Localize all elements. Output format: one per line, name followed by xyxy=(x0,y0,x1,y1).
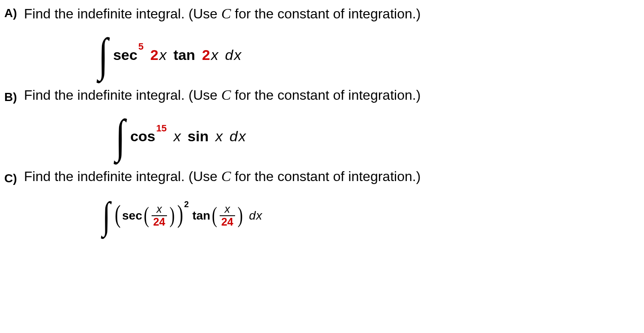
prompt-c-pre: Find the indefinite integral. (Use xyxy=(24,169,221,184)
dx-x: x xyxy=(256,209,262,223)
integrand-c: ( sec ( x 24 ) )2 tan ( x xyxy=(113,204,262,227)
dx-d: d xyxy=(225,47,233,63)
var-x-first: x xyxy=(159,47,167,63)
problem-label-c: C) xyxy=(4,167,24,186)
problem-content-b: Find the indefinite integral. (Use C for… xyxy=(24,86,635,158)
integral-a: ∫ sec5 2x tan 2x dx xyxy=(97,33,635,76)
prompt-a: Find the indefinite integral. (Use C for… xyxy=(24,4,635,23)
dx-x: x xyxy=(239,128,246,145)
problem-a: A) Find the indefinite integral. (Use C … xyxy=(4,4,635,76)
prompt-b-post: for the constant of integration.) xyxy=(231,87,420,103)
frac2-num: x xyxy=(223,204,232,214)
fraction-2: x 24 xyxy=(220,204,235,227)
dx-x: x xyxy=(234,47,242,63)
problem-label-b: B) xyxy=(4,86,24,104)
dx-d: d xyxy=(249,209,256,223)
integral-sign-icon: ∫ xyxy=(98,36,108,74)
integrand-a: sec5 2x tan 2x dx xyxy=(113,47,241,63)
integral-b: ∫ cos15 x sin x dx xyxy=(114,115,635,158)
problem-c: C) Find the indefinite integral. (Use C … xyxy=(4,167,635,235)
integrand-b: cos15 x sin x dx xyxy=(130,128,246,145)
exponent-15: 15 xyxy=(156,123,167,134)
frac2-den: 24 xyxy=(220,217,235,227)
prompt-a-post: for the constant of integration.) xyxy=(231,6,420,21)
prompt-c-post: for the constant of integration.) xyxy=(231,169,420,184)
integral-sign-icon: ∫ xyxy=(116,117,125,155)
tan-fn: tan xyxy=(173,47,195,63)
prompt-a-var: C xyxy=(221,6,231,21)
page: A) Find the indefinite integral. (Use C … xyxy=(0,0,644,247)
prompt-a-pre: Find the indefinite integral. (Use xyxy=(24,6,221,21)
coef-2-second: 2 xyxy=(202,47,210,63)
tan-fn: tan xyxy=(192,209,210,223)
var-x-second: x xyxy=(211,47,218,63)
integral-sign-icon: ∫ xyxy=(102,200,110,231)
frac1-num: x xyxy=(155,204,164,214)
cos-fn: cos xyxy=(130,128,155,145)
prompt-b-var: C xyxy=(221,87,231,103)
outer-exponent-2: 2 xyxy=(184,199,189,209)
problem-content-a: Find the indefinite integral. (Use C for… xyxy=(24,4,635,76)
sec-fn: sec xyxy=(122,209,142,223)
problem-label-a: A) xyxy=(4,4,24,21)
coef-2-first: 2 xyxy=(150,47,158,63)
exponent-5: 5 xyxy=(138,41,143,52)
prompt-b: Find the indefinite integral. (Use C for… xyxy=(24,86,635,104)
sec-fn: sec xyxy=(113,47,137,63)
dx-d: d xyxy=(230,128,238,145)
problem-content-c: Find the indefinite integral. (Use C for… xyxy=(24,167,635,235)
fraction-1: x 24 xyxy=(152,204,167,227)
var-x-first: x xyxy=(173,128,181,145)
integral-c: ∫ ( sec ( x 24 ) )2 tan ( x xyxy=(101,196,635,235)
frac1-den: 24 xyxy=(152,217,167,227)
prompt-c: Find the indefinite integral. (Use C for… xyxy=(24,167,635,186)
prompt-c-var: C xyxy=(221,168,231,184)
sin-fn: sin xyxy=(188,128,209,145)
problem-b: B) Find the indefinite integral. (Use C … xyxy=(4,86,635,158)
var-x-second: x xyxy=(215,128,223,145)
prompt-b-pre: Find the indefinite integral. (Use xyxy=(24,87,221,103)
